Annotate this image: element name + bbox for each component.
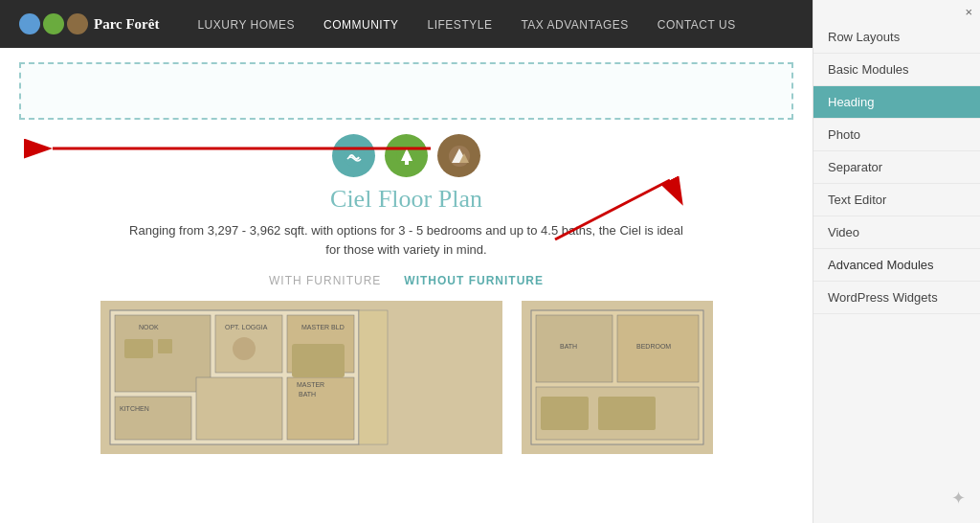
svg-rect-3 [405,161,409,165]
floor-icon-tree [385,134,428,177]
page-body: Ciel Floor Plan Ranging from 3,297 - 3,9… [0,48,813,523]
placeholder-box [19,62,793,120]
panel-settings-icon[interactable]: ✦ [951,488,966,509]
svg-rect-13 [196,377,282,440]
brand-icon-blue [19,13,40,34]
svg-text:MASTER BLD: MASTER BLD [301,324,345,330]
panel-menu-separator[interactable]: Separator [813,151,980,184]
svg-point-24 [233,337,256,360]
navbar: Parc Forêt LUXURY HOMES COMMUNITY LIFEST… [0,0,813,48]
svg-rect-21 [124,339,153,358]
nav-lifestyle[interactable]: LIFESTYLE [428,15,493,33]
floor-icon-water [332,134,375,177]
panel-menu-basic-modules[interactable]: Basic Modules [813,54,980,86]
brand-icon-brown [67,13,88,34]
svg-text:BEDROOM: BEDROOM [636,343,671,350]
floor-plan-icons [0,134,813,177]
svg-rect-23 [292,344,345,377]
panel-menu: Row Layouts Basic Modules Heading Photo … [813,21,980,314]
nav-contact-us[interactable]: CONTACT US [657,15,736,33]
right-panel: × Row Layouts Basic Modules Heading Phot… [813,0,980,523]
floor-plan-large: NOOK OPT. LOGGIA KITCHEN MASTER BLD MAST… [100,301,502,454]
furniture-tabs: WITH FURNITURE WITHOUT FURNITURE [0,270,813,291]
floor-plans-row: NOOK OPT. LOGGIA KITCHEN MASTER BLD MAST… [0,301,813,454]
svg-rect-12 [115,397,191,440]
panel-menu-row-layouts[interactable]: Row Layouts [813,21,980,54]
panel-menu-advanced-modules: Advanced Modules [813,249,980,282]
panel-menu-text-editor[interactable]: Text Editor [813,184,980,216]
svg-text:NOOK: NOOK [139,324,159,330]
main-content: Parc Forêt LUXURY HOMES COMMUNITY LIFEST… [0,0,813,523]
floor-plan-description: Ranging from 3,297 - 3,962 sqft. with op… [129,221,684,259]
tab-with-furniture[interactable]: WITH FURNITURE [257,270,392,291]
svg-rect-25 [359,310,388,444]
panel-close-button[interactable]: × [965,5,972,19]
panel-menu-video[interactable]: Video [813,216,980,249]
brand-icons [19,13,88,34]
floor-plan-title: Ciel Floor Plan [0,185,813,214]
svg-text:KITCHEN: KITCHEN [120,405,149,412]
panel-menu-wordpress-widgets[interactable]: WordPress Widgets [813,282,980,314]
nav-community[interactable]: COMMUNITY [323,15,399,33]
floor-icon-mountain [437,134,480,177]
nav-tax-advantages[interactable]: TAX ADVANTAGES [521,15,628,33]
floor-plan-section: Ciel Floor Plan Ranging from 3,297 - 3,9… [0,129,813,459]
panel-menu-photo[interactable]: Photo [813,119,980,151]
svg-rect-33 [541,397,589,430]
brand-name: Parc Forêt [94,16,159,33]
svg-text:OPT. LOGGIA: OPT. LOGGIA [225,324,268,330]
svg-rect-34 [598,397,656,430]
floor-plan-small: BATH BEDROOM [522,301,713,454]
nav-luxury-homes[interactable]: LUXURY HOMES [197,15,295,33]
svg-text:BATH: BATH [560,343,577,350]
panel-menu-heading[interactable]: Heading [813,86,980,119]
svg-text:BATH: BATH [299,391,316,398]
brand-icon-green [43,13,64,34]
nav-links: LUXURY HOMES COMMUNITY LIFESTYLE TAX ADV… [197,15,735,33]
svg-text:MASTER: MASTER [297,381,324,388]
tab-without-furniture[interactable]: WITHOUT FURNITURE [392,270,555,291]
svg-rect-22 [158,339,172,353]
brand: Parc Forêt [19,13,159,34]
